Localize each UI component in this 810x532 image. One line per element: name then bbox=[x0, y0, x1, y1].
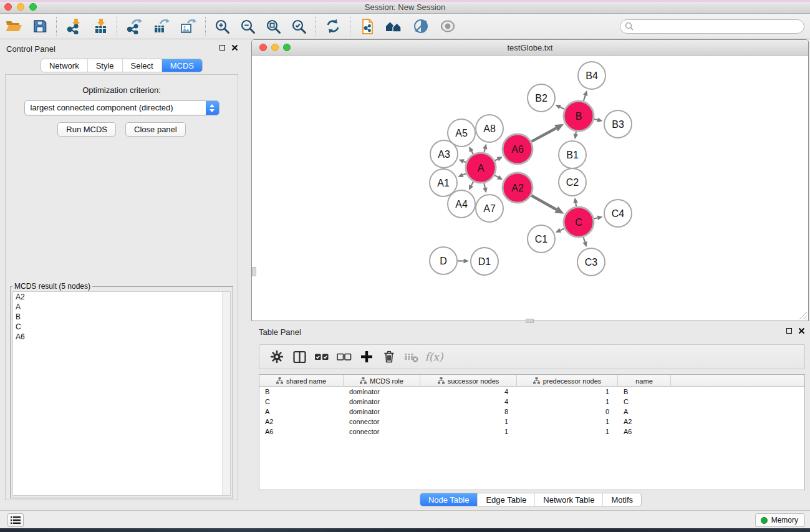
table-row[interactable]: A6connector11A6 bbox=[259, 427, 804, 437]
table-row[interactable]: Adominator80A bbox=[259, 407, 804, 417]
table-cell[interactable]: 1 bbox=[517, 427, 618, 437]
graph-node-A3[interactable]: A3 bbox=[430, 140, 458, 168]
graph-node-C4[interactable]: C4 bbox=[604, 200, 632, 227]
select-all-button[interactable] bbox=[312, 347, 331, 367]
tab-select[interactable]: Select bbox=[122, 59, 162, 72]
column-header-name[interactable]: name bbox=[618, 375, 671, 387]
graph-edge-A-A2[interactable] bbox=[494, 175, 498, 177]
graph-edge-A-A5[interactable] bbox=[471, 151, 473, 153]
table-settings-button[interactable] bbox=[268, 347, 286, 367]
graph-edge-A-A3[interactable] bbox=[463, 162, 466, 162]
network-canvas[interactable]: B4B2BB3B1A5A8A6A3AA1C2A4A7A2C4CC1C3DD1 bbox=[252, 56, 808, 321]
graph-node-C[interactable]: C bbox=[564, 207, 594, 237]
table-cell[interactable]: A2 bbox=[259, 417, 344, 427]
table-cell[interactable]: A6 bbox=[259, 427, 344, 437]
column-header-shared-name[interactable]: shared name bbox=[259, 375, 344, 387]
add-column-button[interactable] bbox=[357, 347, 376, 367]
graph-edge-A-A6[interactable] bbox=[495, 159, 498, 160]
export-image-button[interactable] bbox=[175, 16, 201, 37]
table-cell[interactable]: dominator bbox=[344, 407, 420, 417]
open-session-button[interactable] bbox=[0, 16, 27, 37]
table-cell[interactable]: 1 bbox=[517, 417, 618, 427]
graph-node-B4[interactable]: B4 bbox=[578, 62, 605, 89]
column-header-successor-nodes[interactable]: successor nodes bbox=[420, 375, 517, 387]
graph-node-A7[interactable]: A7 bbox=[476, 195, 503, 222]
first-neighbors-button[interactable] bbox=[380, 16, 408, 37]
graph-node-A4[interactable]: A4 bbox=[448, 190, 475, 218]
memory-button[interactable]: Memory bbox=[755, 513, 805, 527]
graph-node-C3[interactable]: C3 bbox=[577, 248, 605, 276]
table-cell[interactable]: B bbox=[618, 387, 671, 397]
table-cell[interactable]: A bbox=[259, 407, 344, 417]
table-cell[interactable]: dominator bbox=[344, 397, 420, 407]
table-cell[interactable]: A2 bbox=[618, 417, 671, 427]
table-row[interactable]: Cdominator41C bbox=[259, 397, 804, 407]
table-cell[interactable]: B bbox=[259, 387, 344, 397]
graph-node-A8[interactable]: A8 bbox=[476, 115, 503, 142]
search-input[interactable] bbox=[634, 21, 804, 32]
table-cell[interactable]: 1 bbox=[420, 427, 517, 437]
column-header-mcds-role[interactable]: MCDS role bbox=[344, 375, 420, 387]
mcds-result-item[interactable]: A6 bbox=[13, 332, 230, 342]
task-history-button[interactable] bbox=[7, 513, 24, 527]
table-cell[interactable]: 1 bbox=[517, 397, 618, 407]
graph-edge-C-C4[interactable] bbox=[594, 218, 597, 218]
import-network-button[interactable] bbox=[60, 16, 87, 37]
tab-edge-table[interactable]: Edge Table bbox=[477, 493, 534, 506]
float-table-panel-icon[interactable] bbox=[786, 328, 792, 334]
tab-node-table[interactable]: Node Table bbox=[420, 493, 478, 506]
table-row[interactable]: A2connector11A2 bbox=[259, 417, 804, 427]
table-cell[interactable]: 4 bbox=[420, 397, 517, 407]
table-cell[interactable]: 1 bbox=[517, 387, 618, 397]
graph-edge-B-B4[interactable] bbox=[584, 95, 586, 101]
mcds-result-item[interactable]: B bbox=[13, 312, 230, 322]
zoom-selected-button[interactable] bbox=[286, 16, 312, 37]
tab-mcds[interactable]: MCDS bbox=[162, 59, 202, 72]
table-cell[interactable]: A bbox=[618, 407, 671, 417]
close-panel-button[interactable]: Close panel bbox=[125, 122, 186, 137]
export-table-button[interactable] bbox=[148, 16, 175, 37]
graph-edge-A6-B[interactable] bbox=[531, 128, 556, 142]
column-visibility-button[interactable] bbox=[290, 347, 309, 367]
zoom-fit-button[interactable] bbox=[261, 16, 286, 37]
graph-node-D1[interactable]: D1 bbox=[471, 248, 498, 275]
graph-node-B2[interactable]: B2 bbox=[528, 84, 555, 112]
graph-edge-A-A7[interactable] bbox=[484, 183, 485, 188]
graph-node-B1[interactable]: B1 bbox=[559, 141, 586, 168]
graph-node-A6[interactable]: A6 bbox=[503, 134, 533, 164]
mcds-result-item[interactable]: C bbox=[13, 322, 230, 332]
graph-node-C2[interactable]: C2 bbox=[559, 168, 586, 196]
close-table-panel-icon[interactable] bbox=[798, 327, 805, 334]
graph-edge-A-A8[interactable] bbox=[485, 149, 485, 152]
show-graphics-details-button[interactable] bbox=[434, 16, 461, 37]
graph-edge-B-B2[interactable] bbox=[560, 107, 564, 109]
function-builder-button[interactable]: f(x) bbox=[425, 347, 443, 367]
table-cell[interactable]: connector bbox=[344, 417, 420, 427]
tab-network-table[interactable]: Network Table bbox=[534, 493, 602, 506]
hide-graphics-details-button[interactable] bbox=[408, 16, 434, 37]
graph-edge-A-A1[interactable] bbox=[463, 173, 466, 175]
table-cell[interactable]: 8 bbox=[420, 407, 517, 417]
table-cell[interactable]: C bbox=[618, 397, 671, 407]
canvas-left-splitter-handle[interactable] bbox=[252, 267, 256, 276]
graph-node-B[interactable]: B bbox=[564, 101, 594, 131]
run-mcds-button[interactable]: Run MCDS bbox=[57, 122, 116, 137]
graph-edge-A-A4[interactable] bbox=[471, 181, 473, 185]
zoom-in-button[interactable] bbox=[210, 16, 235, 37]
graph-node-C1[interactable]: C1 bbox=[528, 225, 555, 253]
graph-edge-C-C3[interactable] bbox=[584, 237, 585, 242]
table-cell[interactable]: 0 bbox=[517, 407, 618, 417]
search-box[interactable] bbox=[620, 19, 804, 34]
table-cell[interactable]: dominator bbox=[344, 387, 420, 397]
save-session-button[interactable] bbox=[27, 16, 52, 37]
table-cell[interactable]: A6 bbox=[618, 427, 671, 437]
graph-edge-C-C2[interactable] bbox=[576, 203, 576, 206]
delete-column-button[interactable] bbox=[380, 347, 398, 367]
table-cell[interactable]: 4 bbox=[420, 387, 517, 397]
graph-node-A2[interactable]: A2 bbox=[503, 173, 533, 203]
graph-edge-B-B1[interactable] bbox=[576, 132, 576, 134]
tab-motifs[interactable]: Motifs bbox=[602, 493, 641, 506]
criterion-select[interactable]: largest connected component (directed) bbox=[24, 100, 219, 115]
graph-node-A1[interactable]: A1 bbox=[430, 169, 457, 196]
graph-edge-B-B3[interactable] bbox=[594, 119, 597, 120]
